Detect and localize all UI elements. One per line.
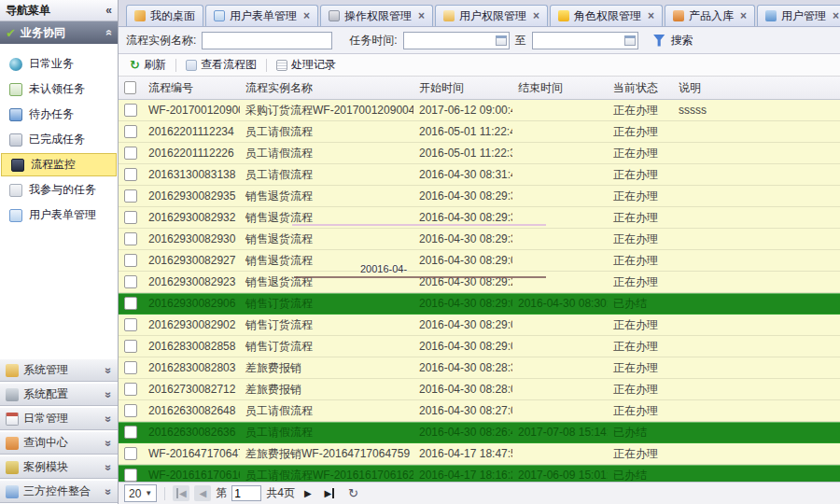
row-checkbox[interactable] — [124, 275, 137, 288]
row-checkbox[interactable] — [124, 232, 137, 245]
row-checkbox[interactable] — [124, 125, 137, 138]
sidebar-item-process-monitor[interactable]: 流程监控 — [1, 153, 117, 176]
sidebar-item-user-form-mgmt[interactable]: 用户表单管理 — [0, 203, 118, 228]
time-to-input[interactable] — [533, 34, 624, 48]
tab-user-perm-mgmt[interactable]: 用户权限管理× — [435, 5, 548, 26]
tab-op-perm-mgmt[interactable]: 操作权限管理× — [320, 5, 433, 26]
row-checkbox[interactable] — [124, 189, 137, 203]
row-checkbox[interactable] — [124, 297, 137, 310]
refresh-button[interactable]: ↻刷新 — [126, 57, 170, 73]
row-checkbox-cell — [119, 426, 143, 439]
table-row[interactable]: WF-20164717064759差旅费报销WF-201647170647592… — [119, 443, 840, 465]
prev-page-button[interactable]: ◀ — [194, 485, 211, 501]
table-row[interactable]: WF-20170012090047采购订货流程WF-20170012090047… — [119, 100, 840, 121]
row-checkbox[interactable] — [124, 447, 137, 460]
process-record-button[interactable]: 处理记录 — [273, 57, 340, 73]
row-checkbox[interactable] — [124, 383, 137, 396]
table-row[interactable]: 20163130083138员工请假流程2016-04-30 08:31:44正… — [119, 164, 840, 186]
calendar-icon[interactable] — [624, 35, 636, 46]
table-row[interactable]: 20162201112226员工请假流程2016-05-01 11:22:31正… — [119, 143, 840, 164]
row-checkbox[interactable] — [124, 361, 137, 374]
reload-icon[interactable]: ↻ — [348, 486, 358, 500]
instance-name-input[interactable] — [202, 32, 332, 49]
column-header-instance-name[interactable]: 流程实例名称 — [240, 80, 413, 96]
sidebar-item-unclaimed-tasks[interactable]: 未认领任务 — [0, 77, 118, 102]
row-checkbox[interactable] — [124, 211, 137, 224]
close-icon[interactable]: × — [740, 9, 747, 22]
close-icon[interactable]: × — [833, 9, 839, 22]
search-button[interactable]: 搜索 — [671, 33, 693, 49]
table-row[interactable]: 20162830082858销售订货流程2016-04-30 08:29:00正… — [119, 336, 840, 357]
cell-process-id: 20162630082648 — [143, 404, 240, 417]
sidebar-section-business-collab[interactable]: ✔ 业务协同 » — [0, 21, 118, 44]
close-icon[interactable]: × — [418, 9, 425, 22]
tab-user-form-mgmt[interactable]: 用户表单管理× — [205, 5, 318, 26]
table-row[interactable]: 20162630082636员工请假流程2016-04-30 08:26:432… — [119, 422, 840, 443]
sidebar-item-my-tasks[interactable]: 我参与的任务 — [0, 177, 118, 203]
column-header-start-time[interactable]: 开始时间 — [413, 80, 512, 96]
page-number-input[interactable] — [231, 485, 261, 501]
row-checkbox[interactable] — [124, 426, 137, 439]
tab-my-desktop[interactable]: 我的桌面 — [126, 5, 203, 26]
column-header-status[interactable]: 当前状态 — [608, 80, 673, 96]
row-checkbox[interactable] — [124, 147, 137, 160]
last-page-button[interactable]: ▶ — [321, 485, 338, 501]
table-row[interactable]: 20162730082712差旅费报销2016-04-30 08:28:01正在… — [119, 379, 840, 400]
sidebar-accordion-third-party-controls[interactable]: 三方控件整合» — [0, 480, 118, 503]
table-row[interactable]: 20162930082927销售退货流程2016-04-30 08:29:03正… — [119, 250, 840, 272]
table-row[interactable]: 20162930082923销售退货流程2016-04-30 08:29:23正… — [119, 272, 840, 293]
sidebar-collapse-button[interactable]: « — [105, 4, 112, 17]
table-row[interactable]: 20162930082930销售退货流程2016-04-30 08:29:36正… — [119, 229, 840, 250]
sidebar-item-daily-business[interactable]: 日常业务 — [0, 51, 118, 77]
row-checkbox[interactable] — [124, 168, 137, 181]
cell-start-time: 2016-04-30 08:29:36 — [413, 232, 512, 245]
select-all-checkbox[interactable] — [124, 81, 136, 94]
cell-status: 正在办理 — [608, 403, 673, 419]
tab-user-mgmt[interactable]: 用户管理× — [757, 5, 840, 26]
chevron-down-icon: » — [103, 464, 116, 470]
sidebar-item-todo-tasks[interactable]: 待办任务 — [0, 102, 118, 127]
table-row[interactable]: 20162201112234员工请假流程2016-05-01 11:22:43正… — [119, 121, 840, 143]
page-size-select[interactable]: 20 ▼ — [124, 484, 157, 502]
view-diagram-button[interactable]: 查看流程图 — [182, 57, 260, 73]
table-row[interactable]: 20162930082906销售订货流程2016-04-30 08:29:072… — [119, 293, 840, 315]
row-checkbox[interactable] — [124, 469, 137, 482]
sidebar-item-label: 日常业务 — [29, 56, 74, 72]
sidebar-accordion-system-mgmt[interactable]: 系统管理» — [0, 358, 118, 382]
table-row[interactable]: 20162930082935销售退货流程2016-04-30 08:29:36正… — [119, 186, 840, 207]
chevron-up-icon: » — [103, 30, 116, 36]
divider — [164, 487, 165, 500]
cell-instance-name: 差旅费报销 — [240, 382, 413, 398]
row-checkbox[interactable] — [124, 104, 137, 117]
sidebar-accordion-query-center[interactable]: 查询中心» — [0, 431, 118, 455]
close-icon[interactable]: × — [303, 9, 310, 22]
tab-product-inbound[interactable]: 产品入库× — [665, 5, 755, 26]
sidebar-item-completed-tasks[interactable]: 已完成任务 — [0, 127, 118, 152]
column-header-note[interactable]: 说明 — [673, 80, 840, 96]
close-icon[interactable]: × — [533, 9, 539, 22]
time-from-input[interactable] — [404, 34, 496, 48]
prev-page-icon: ◀ — [199, 488, 206, 498]
cell-start-time: 2016-05-01 11:22:31 — [413, 147, 512, 160]
row-checkbox[interactable] — [124, 318, 137, 331]
sidebar-accordion-daily-mgmt[interactable]: 日常管理» — [0, 407, 118, 430]
chevron-down-icon: » — [103, 391, 116, 398]
next-page-button[interactable]: ▶ — [300, 485, 316, 501]
tab-role-perm-mgmt[interactable]: 角色权限管理× — [550, 5, 663, 26]
row-checkbox[interactable] — [124, 404, 137, 417]
column-header-process-id[interactable]: 流程编号 — [143, 80, 240, 96]
close-icon[interactable]: × — [648, 9, 654, 22]
table-row[interactable]: 20162930082932销售退货流程2016-04-30 08:29:33正… — [119, 207, 840, 229]
cell-instance-name: 销售订货流程 — [240, 317, 413, 333]
row-checkbox[interactable] — [124, 340, 137, 353]
table-row[interactable]: 20162830082803差旅费报销2016-04-30 08:28:34正在… — [119, 357, 840, 379]
sidebar-accordion-system-config[interactable]: 系统配置» — [0, 383, 118, 406]
table-row[interactable]: 20162630082648员工请假流程2016-04-30 08:27:04正… — [119, 400, 840, 422]
sidebar-accordion-case-module[interactable]: 案例模块» — [0, 455, 118, 479]
table-row[interactable]: 20162930082902销售订货流程2016-04-30 08:29:03正… — [119, 315, 840, 336]
row-checkbox[interactable] — [124, 254, 137, 267]
calendar-icon[interactable] — [496, 35, 507, 46]
first-page-button[interactable]: ◀ — [173, 485, 189, 501]
cell-instance-name: 销售订货流程 — [240, 296, 413, 312]
column-header-end-time[interactable]: 结束时间 — [512, 80, 608, 96]
